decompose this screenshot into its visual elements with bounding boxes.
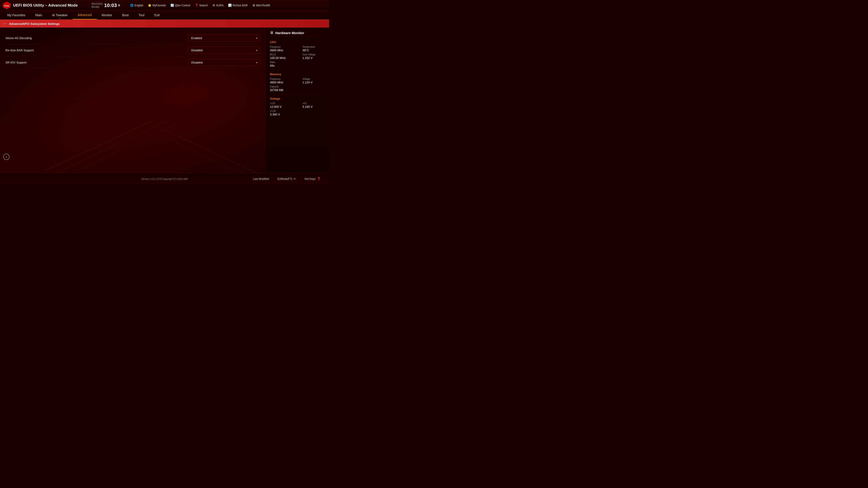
date-display: 08/22/2022 — [92, 2, 103, 5]
sidebar-title-area: 🖥 Hardware Monitor — [270, 31, 325, 37]
hw-memory-voltage-col: Voltage 1.120 V — [303, 78, 325, 84]
star-icon: ⭐ — [148, 4, 151, 7]
footer: Version 2.21.1278 Copyright (C) 2022 AMI… — [0, 173, 329, 184]
header-tools: 🌐 English ⭐ MyFavorite 🔄 Qfan Control ❓ … — [128, 3, 327, 8]
above-4g-label: Above 4G Decoding — [5, 36, 32, 40]
info-icon[interactable]: i — [3, 154, 9, 160]
hw-memory-voltage-value: 1.120 V — [303, 80, 325, 84]
hw-memory-row-1: Frequency 4800 MHz Voltage 1.120 V — [270, 78, 325, 84]
breadcrumb: ← Advanced\PCI Subsystem Settings — [0, 20, 329, 28]
hw-voltage-5v-label: +5V — [303, 102, 325, 105]
hw-memory-capacity-col: Capacity 32768 MB — [270, 86, 292, 92]
hw-voltage-12v-col: +12V 12.000 V — [270, 102, 292, 108]
hw-cpu-ratio-col: Ratio 49x — [270, 61, 292, 67]
tool-resizebar[interactable]: 📊 ReSize BAR — [226, 3, 250, 8]
hot-keys-button[interactable]: Hot Keys ❓ — [301, 176, 324, 182]
nav-tool[interactable]: Tool — [133, 11, 149, 20]
hw-memory-capacity-label: Capacity — [270, 86, 292, 88]
hw-cpu-temperature-label: Temperature — [303, 46, 325, 48]
last-modified-button[interactable]: Last Modified — [249, 176, 273, 182]
hw-voltage-12v-value: 12.000 V — [270, 105, 292, 108]
nav-boot[interactable]: Boot — [117, 11, 133, 20]
tool-english-label: English — [134, 4, 143, 7]
rog-logo-icon: ROG — [3, 1, 11, 9]
hw-cpu-ratio-label: Ratio — [270, 61, 292, 64]
ezmode-label: EzMode(F7) — [277, 177, 292, 181]
ezmode-icon: ↩ — [293, 177, 296, 181]
hw-voltage-5v-col: +5V 5.160 V — [303, 102, 325, 108]
hw-cpu-corevoltage-col: Core Voltage 1.332 V — [303, 53, 325, 60]
sr-iov-label: SR-IOV Support — [5, 61, 27, 64]
hw-cpu-temperature-col: Temperature 48°C — [303, 46, 325, 52]
hw-voltage-12v-label: +12V — [270, 102, 292, 105]
nav-exit[interactable]: Exit — [149, 11, 164, 20]
hw-memory-title: Memory — [270, 72, 325, 76]
tool-search[interactable]: ❓ Search — [193, 3, 210, 8]
main-layout: Above 4G Decoding Enabled Disabled ▼ Re-… — [0, 28, 329, 173]
hw-cpu-temperature-value: 48°C — [303, 48, 325, 52]
tool-aura-label: AURA — [216, 4, 223, 7]
hw-cpu-row-3: Ratio 49x — [270, 61, 325, 67]
hw-voltage-5v-value: 5.160 V — [303, 105, 325, 108]
day-display: Monday — [92, 5, 103, 8]
tool-aura[interactable]: ⚙ AURA — [211, 3, 225, 8]
tool-myfavorite[interactable]: ⭐ MyFavorite — [146, 3, 167, 8]
content-area: Above 4G Decoding Enabled Disabled ▼ Re-… — [0, 28, 266, 173]
setting-above-4g: Above 4G Decoding Enabled Disabled ▼ — [5, 32, 260, 44]
hw-memory-frequency-col: Frequency 4800 MHz — [270, 78, 292, 84]
resize-bar-dropdown[interactable]: Enabled Disabled — [188, 46, 260, 54]
tool-memtest-label: MemTest86 — [256, 4, 270, 7]
help-icon: ❓ — [317, 177, 320, 181]
hw-cpu-bclk-col: BCLK 100.00 MHz — [270, 53, 292, 60]
app-title: UEFI BIOS Utility – Advanced Mode — [13, 3, 78, 8]
hw-voltage-33v-value: 3.360 V — [270, 113, 292, 116]
back-arrow-icon[interactable]: ← — [3, 22, 7, 26]
time-display: 10:03 ⚙ — [104, 2, 120, 8]
tool-english[interactable]: 🌐 English — [128, 3, 145, 8]
ezmode-button[interactable]: EzMode(F7) ↩ — [273, 176, 301, 182]
last-modified-label: Last Modified — [253, 177, 269, 181]
hw-memory-row-2: Capacity 32768 MB — [270, 86, 325, 92]
datetime-area: 08/22/2022 Monday — [92, 2, 103, 8]
tool-memtest[interactable]: 🖥 MemTest86 — [250, 3, 272, 8]
hw-cpu-bclk-value: 100.00 MHz — [270, 56, 292, 60]
hw-divider-2 — [270, 94, 325, 94]
nav-main[interactable]: Main — [30, 11, 47, 20]
fan-icon: 🔄 — [170, 4, 174, 7]
header-divider-2 — [123, 2, 123, 9]
hw-memory-voltage-label: Voltage — [303, 78, 325, 80]
monitor-display-icon: 🖥 — [270, 31, 274, 35]
hw-cpu-row-2: BCLK 100.00 MHz Core Voltage 1.332 V — [270, 53, 325, 60]
nav-monitor[interactable]: Monitor — [97, 11, 117, 20]
nav-advanced[interactable]: Advanced — [72, 11, 96, 20]
bar-icon: 📊 — [228, 4, 232, 7]
tool-qfan[interactable]: 🔄 Qfan Control — [168, 3, 192, 8]
navbar: My Favorites Main Ai Tweaker ⌖ Advanced … — [0, 11, 329, 20]
gear-icon[interactable]: ⚙ — [118, 4, 120, 7]
hw-cpu-title: CPU — [270, 40, 325, 44]
hot-keys-label: Hot Keys — [305, 177, 315, 181]
sr-iov-dropdown[interactable]: Enabled Disabled — [188, 59, 260, 66]
hw-cpu-row-1: Frequency 4900 MHz Temperature 48°C — [270, 46, 325, 52]
setting-resize-bar: Re-Size BAR Support Enabled Disabled ▼ — [5, 44, 260, 57]
hw-cpu-bclk-label: BCLK — [270, 53, 292, 56]
hw-cpu-corevoltage-value: 1.332 V — [303, 56, 325, 60]
hw-voltage-33v-col: +3.3V 3.360 V — [270, 110, 292, 116]
hw-cpu-frequency-col: Frequency 4900 MHz — [270, 46, 292, 52]
nav-my-favorites[interactable]: My Favorites — [2, 11, 30, 20]
hw-memory-frequency-label: Frequency — [270, 78, 292, 80]
hw-voltage-33v-label: +3.3V — [270, 110, 292, 112]
resize-bar-label: Re-Size BAR Support — [5, 48, 34, 52]
hw-cpu-frequency-label: Frequency — [270, 46, 292, 48]
nav-ai-tweaker[interactable]: Ai Tweaker ⌖ — [47, 11, 72, 20]
info-icon-container: i — [3, 154, 9, 160]
above-4g-dropdown[interactable]: Enabled Disabled — [188, 34, 260, 42]
logo-area: ROG UEFI BIOS Utility – Advanced Mode — [3, 1, 82, 9]
tool-resizebar-label: ReSize BAR — [232, 4, 248, 7]
sidebar-title-text: Hardware Monitor — [275, 31, 304, 35]
header-divider-1 — [89, 2, 89, 9]
hw-cpu-ratio-value: 49x — [270, 64, 292, 67]
resize-bar-dropdown-wrapper: Enabled Disabled ▼ — [188, 46, 260, 54]
monitor-icon: 🖥 — [252, 4, 255, 7]
version-text: Version 2.21.1278 Copyright (C) 2022 AMI — [141, 177, 188, 180]
